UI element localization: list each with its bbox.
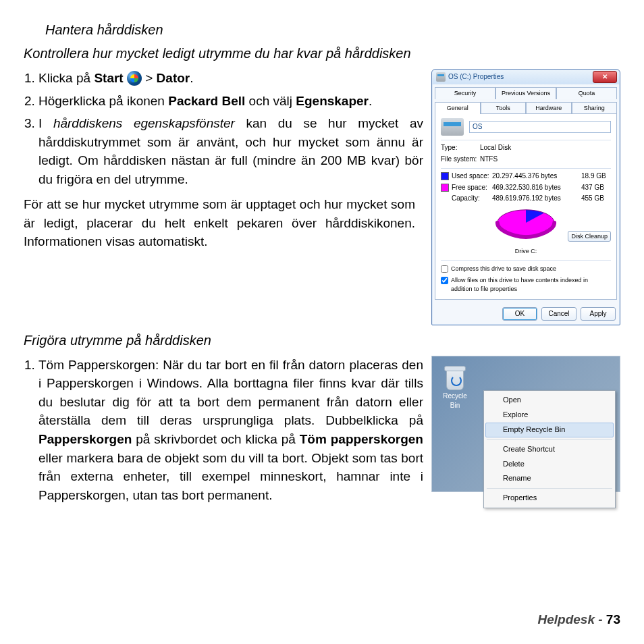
ctx-delete[interactable]: Delete [485, 457, 614, 472]
ctx-separator [487, 488, 612, 489]
ctx-explore[interactable]: Explore [485, 408, 614, 423]
drive-c-label: Drive C: [441, 247, 611, 256]
drive-name-input[interactable]: OS [469, 121, 611, 133]
step-2: Högerklicka på ikonen Packard Bell och v… [38, 92, 430, 111]
window-titlebar: OS (C:) Properties ✕ [432, 70, 620, 84]
tabs-row-1: Security Previous Versions Quota [432, 84, 620, 99]
ctx-properties[interactable]: Properties [485, 491, 614, 506]
compress-label: Compress this drive to save disk space [451, 265, 556, 273]
ok-button[interactable]: OK [502, 307, 537, 321]
tab-quota[interactable]: Quota [556, 87, 617, 99]
apply-button[interactable]: Apply [581, 307, 616, 321]
recycle-bin-icon[interactable]: Recycle Bin [440, 363, 470, 411]
ctx-create-shortcut[interactable]: Create Shortcut [485, 442, 614, 457]
heading-manage-disk: Hantera hårddisken [45, 20, 620, 40]
tab-tools[interactable]: Tools [481, 102, 527, 114]
type-value: Local Disk [480, 143, 611, 153]
check-space-steps: Klicka på Start > Dator. Högerklicka på … [24, 69, 430, 188]
capacity-bytes: 489.619.976.192 bytes [492, 194, 579, 204]
fs-value: NTFS [480, 155, 611, 165]
cancel-button[interactable]: Cancel [541, 307, 576, 321]
tab-security[interactable]: Security [435, 87, 495, 99]
disk-properties-window: OS (C:) Properties ✕ Security Previous V… [431, 69, 620, 325]
close-icon[interactable]: ✕ [593, 71, 617, 83]
capacity-gb: 455 GB [581, 194, 611, 204]
step-1: Klicka på Start > Dator. [38, 69, 430, 88]
step-3: I hårddiskens egenskapsfönster kan du se… [38, 114, 430, 188]
tab-sharing[interactable]: Sharing [572, 102, 618, 114]
page-footer: Helpdesk - 73 [537, 610, 620, 629]
usage-pie-chart [493, 207, 558, 239]
capacity-label: Capacity: [452, 194, 489, 204]
hover-info-paragraph: För att se hur mycket utrymme som är upp… [24, 195, 415, 251]
drive-icon [436, 72, 446, 82]
index-checkbox[interactable] [441, 277, 448, 284]
tab-general[interactable]: General [435, 102, 481, 114]
index-checkbox-row[interactable]: Allow files on this drive to have conten… [441, 276, 611, 294]
start-orb-icon [127, 71, 142, 86]
window-title: OS (C:) Properties [448, 72, 593, 82]
used-label: Used space: [452, 171, 489, 182]
tabs-row-2: General Tools Hardware Sharing [432, 99, 620, 114]
used-gb: 18.9 GB [581, 171, 611, 182]
heading-free-space: Frigöra utrymme på hårddisken [24, 331, 620, 350]
recycle-bin-context-screenshot: Recycle Bin Open Explore Empty Recycle B… [431, 356, 620, 492]
context-menu: Open Explore Empty Recycle Bin Create Sh… [483, 390, 616, 509]
recycle-bin-label: Recycle Bin [440, 392, 470, 411]
free-label: Free space: [452, 183, 489, 193]
fs-label: File system: [441, 155, 480, 165]
used-swatch [441, 172, 449, 180]
used-bytes: 20.297.445.376 bytes [492, 171, 579, 182]
footer-page-number: 73 [606, 612, 620, 626]
ctx-open[interactable]: Open [485, 393, 614, 408]
compress-checkbox-row[interactable]: Compress this drive to save disk space [441, 265, 611, 273]
recycle-icon [451, 375, 462, 386]
disk-cleanup-button[interactable]: Disk Cleanup [568, 231, 611, 242]
type-label: Type: [441, 143, 480, 153]
ctx-rename[interactable]: Rename [485, 471, 614, 486]
drive-icon [441, 118, 464, 136]
tab-pane-general: OS Type: Local Disk File system: NTFS Us… [435, 113, 617, 300]
free-bytes: 469.322.530.816 bytes [492, 183, 579, 193]
ctx-separator [487, 439, 612, 440]
free-gb: 437 GB [581, 183, 611, 193]
heading-check-space: Kontrollera hur mycket ledigt utrymme du… [24, 44, 620, 63]
index-label: Allow files on this drive to have conten… [451, 276, 611, 294]
tab-previous-versions[interactable]: Previous Versions [495, 87, 556, 99]
free-swatch [441, 184, 449, 192]
ctx-empty-recycle-bin[interactable]: Empty Recycle Bin [485, 423, 614, 437]
footer-label: Helpdesk - [537, 612, 606, 626]
tab-hardware[interactable]: Hardware [526, 102, 572, 114]
compress-checkbox[interactable] [441, 265, 448, 273]
